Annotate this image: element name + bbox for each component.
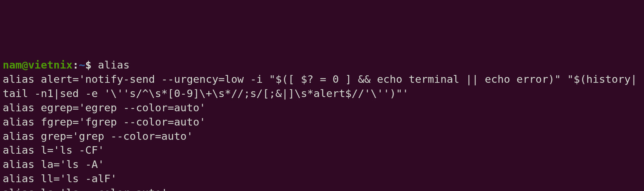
output-line: alias grep='grep --color=auto' (3, 129, 641, 144)
output-line: alias ls='ls --color=auto' (3, 186, 641, 191)
prompt-line[interactable]: nam@vietnix:~$ alias (3, 58, 641, 72)
prompt-host: vietnix (28, 59, 73, 71)
output-line: alias egrep='egrep --color=auto' (3, 101, 641, 115)
terminal-output: alias alert='notify-send --urgency=low -… (3, 72, 641, 191)
prompt-at: @ (22, 59, 28, 71)
prompt-dollar: $ (85, 59, 98, 71)
output-line: alias la='ls -A' (3, 157, 641, 172)
output-line: alias alert='notify-send --urgency=low -… (3, 72, 641, 101)
prompt-colon: : (72, 59, 79, 71)
prompt-user: nam (3, 59, 22, 71)
output-line: alias fgrep='fgrep --color=auto' (3, 115, 641, 129)
output-line: alias ll='ls -alF' (3, 172, 641, 186)
command-text: alias (98, 59, 129, 71)
prompt-path: ~ (79, 59, 85, 71)
output-line: alias l='ls -CF' (3, 143, 641, 157)
